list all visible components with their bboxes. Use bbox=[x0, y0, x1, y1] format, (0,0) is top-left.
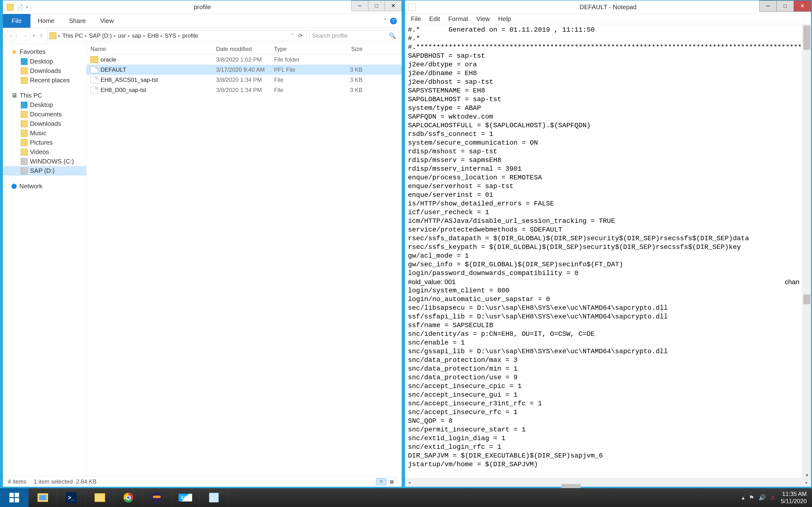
ribbon-tab-view[interactable]: View bbox=[93, 14, 121, 28]
scroll-left-icon[interactable]: ◂ bbox=[405, 478, 414, 487]
breadcrumb-dropdown-icon[interactable]: ˅ bbox=[291, 32, 294, 39]
sidebar-item-desktop[interactable]: Desktop bbox=[3, 57, 86, 66]
breadcrumb-bar[interactable]: ▸ This PC▸ SAP (D:)▸ usr▸ sap▸ EH8▸ SYS▸… bbox=[47, 30, 307, 41]
ribbon-expand-icon[interactable]: ˅ bbox=[384, 18, 386, 24]
tray-flag-icon[interactable]: ⚑ bbox=[749, 494, 754, 501]
file-name: EH8_ASCS01_sap-tst bbox=[101, 76, 216, 83]
sidebar-network[interactable]: ⬢Network bbox=[3, 181, 86, 191]
close-button[interactable]: ✕ bbox=[385, 0, 402, 11]
task-powershell[interactable]: >_ bbox=[57, 488, 86, 507]
sidebar-item-drive-d[interactable]: SAP (D:) bbox=[3, 166, 86, 175]
sidebar-this-pc[interactable]: 🖥This PC bbox=[3, 91, 86, 100]
file-date: 3/8/2020 1:02 PM bbox=[216, 56, 274, 63]
scroll-right-icon[interactable]: ▸ bbox=[802, 478, 811, 487]
file-icon bbox=[90, 66, 98, 73]
ribbon-tab-home[interactable]: Home bbox=[31, 14, 62, 28]
maximize-button[interactable]: □ bbox=[368, 0, 385, 11]
sidebar-item-videos[interactable]: Videos bbox=[3, 147, 86, 157]
ribbon-tab-file[interactable]: File bbox=[3, 14, 31, 28]
taskbar-clock[interactable]: 11:35 AM 5/11/2020 bbox=[781, 490, 807, 505]
breadcrumb-item[interactable]: This PC bbox=[62, 32, 83, 39]
task-notepad[interactable] bbox=[200, 488, 228, 507]
task-eclipse[interactable] bbox=[143, 488, 171, 507]
folder-icon bbox=[21, 111, 28, 118]
breadcrumb-item[interactable]: profile bbox=[182, 32, 198, 39]
refresh-button[interactable]: ⟳ bbox=[296, 32, 305, 40]
vertical-scrollbar[interactable]: ▴ ▾ bbox=[802, 24, 811, 478]
nav-up-button[interactable]: ↑ bbox=[37, 32, 45, 40]
start-button[interactable] bbox=[0, 488, 29, 507]
menu-file[interactable]: File bbox=[407, 15, 424, 23]
notepad-text-area[interactable]: #.* Generated on = 01.11.2019 , 11:11:50… bbox=[405, 24, 802, 478]
file-size: 3 KB bbox=[332, 76, 370, 83]
clock-date: 5/11/2020 bbox=[781, 498, 807, 505]
file-row[interactable]: EH8_D00_sap-tst3/8/2020 1:34 PMFile3 KB bbox=[87, 85, 402, 95]
menu-edit[interactable]: Edit bbox=[426, 15, 444, 23]
properties-icon[interactable]: 📄 bbox=[16, 4, 23, 11]
sidebar-item-desktop[interactable]: Desktop bbox=[3, 100, 86, 110]
breadcrumb-item[interactable]: sap bbox=[132, 32, 141, 39]
tray-speaker-icon[interactable]: 🔊 bbox=[759, 494, 766, 501]
system-tray[interactable]: ▴ ⚑ 🔊 ⚠ bbox=[742, 494, 775, 501]
drive-icon bbox=[21, 158, 28, 165]
file-row[interactable]: oracle3/8/2020 1:02 PMFile folder bbox=[87, 55, 402, 65]
notepad-title: DEFAULT - Notepad bbox=[405, 3, 811, 11]
column-date[interactable]: Date modified bbox=[216, 46, 274, 52]
close-button[interactable]: ✕ bbox=[794, 0, 811, 12]
ribbon-tab-share[interactable]: Share bbox=[62, 14, 93, 28]
file-size: 3 KB bbox=[332, 66, 370, 73]
navigation-pane[interactable]: ★Favorites Desktop Downloads Recent plac… bbox=[3, 44, 87, 476]
file-type: File bbox=[274, 76, 332, 83]
task-file-explorer[interactable] bbox=[86, 488, 114, 507]
breadcrumb-item[interactable]: usr bbox=[118, 32, 126, 39]
column-name[interactable]: Name bbox=[90, 46, 216, 52]
sidebar-favorites[interactable]: ★Favorites bbox=[3, 47, 86, 57]
sidebar-item-downloads[interactable]: Downloads bbox=[3, 66, 86, 75]
sidebar-item-recent[interactable]: Recent places bbox=[3, 75, 86, 85]
breadcrumb-item[interactable]: SYS bbox=[164, 32, 176, 39]
notepad-window: DEFAULT - Notepad ─ □ ✕ File Edit Format… bbox=[405, 0, 812, 487]
explorer-titlebar[interactable]: 📄 ▾ | profile ─ □ ✕ bbox=[3, 0, 402, 14]
task-chrome[interactable] bbox=[114, 488, 143, 507]
view-icons-button[interactable]: ▦ bbox=[387, 478, 397, 485]
breadcrumb-item[interactable]: EH8 bbox=[147, 32, 159, 39]
file-icon bbox=[90, 76, 98, 83]
minimize-button[interactable]: ─ bbox=[351, 0, 368, 11]
column-type[interactable]: Type bbox=[274, 46, 332, 52]
nav-back-button[interactable]: ← bbox=[6, 30, 17, 41]
search-input[interactable]: Search profile 🔍 bbox=[309, 30, 399, 41]
file-row[interactable]: EH8_ASCS01_sap-tst3/8/2020 1:34 PMFile3 … bbox=[87, 75, 402, 85]
scroll-thumb[interactable] bbox=[803, 25, 810, 50]
folder-icon bbox=[21, 139, 28, 146]
sidebar-item-downloads[interactable]: Downloads bbox=[3, 119, 86, 128]
menu-view[interactable]: View bbox=[473, 15, 493, 23]
sidebar-item-music[interactable]: Music bbox=[3, 128, 86, 138]
sidebar-item-drive-c[interactable]: WINDOWS (C:) bbox=[3, 157, 86, 166]
maximize-button[interactable]: □ bbox=[776, 0, 794, 12]
task-server-manager[interactable] bbox=[29, 488, 57, 507]
notepad-titlebar[interactable]: DEFAULT - Notepad ─ □ ✕ bbox=[405, 0, 811, 14]
task-sap[interactable]: SAP bbox=[171, 488, 200, 507]
minimize-button[interactable]: ─ bbox=[759, 0, 777, 12]
nav-history-dropdown[interactable]: ▾ bbox=[33, 33, 35, 38]
column-size[interactable]: Size bbox=[332, 46, 370, 52]
notepad-app-icon bbox=[408, 4, 416, 11]
sidebar-item-documents[interactable]: Documents bbox=[3, 110, 86, 119]
tray-warning-icon[interactable]: ⚠ bbox=[770, 494, 775, 501]
menu-help[interactable]: Help bbox=[495, 15, 514, 23]
status-item-count: 4 items bbox=[8, 478, 27, 485]
tray-overflow-icon[interactable]: ▴ bbox=[742, 494, 745, 501]
folder-icon bbox=[21, 68, 28, 74]
file-row[interactable]: DEFAULT3/17/2020 9:40 AMPFL File3 KB bbox=[87, 65, 402, 75]
horizontal-scrollbar[interactable]: ◂ ▸ bbox=[405, 478, 811, 487]
nav-forward-button[interactable]: → bbox=[19, 30, 31, 41]
breadcrumb-root-icon bbox=[50, 32, 56, 39]
column-headers[interactable]: Name Date modified Type Size bbox=[87, 44, 402, 55]
help-icon[interactable]: ? bbox=[390, 18, 397, 24]
breadcrumb-item[interactable]: SAP (D:) bbox=[89, 32, 112, 39]
sidebar-item-pictures[interactable]: Pictures bbox=[3, 138, 86, 147]
menu-format[interactable]: Format bbox=[445, 15, 471, 23]
file-date: 3/8/2020 1:34 PM bbox=[216, 76, 274, 83]
view-details-button[interactable]: ≡ bbox=[376, 478, 386, 485]
folder-icon bbox=[21, 77, 28, 84]
